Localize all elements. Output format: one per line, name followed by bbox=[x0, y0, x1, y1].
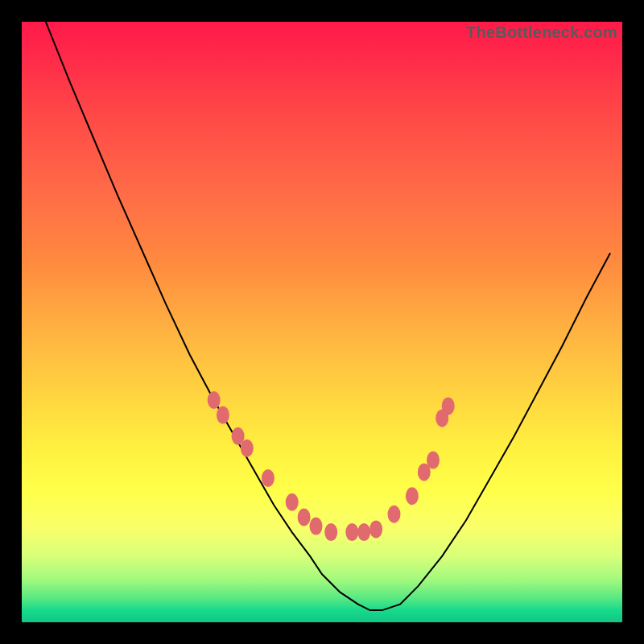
highlight-marker bbox=[406, 487, 419, 505]
highlight-marker bbox=[369, 520, 382, 538]
watermark-text: TheBottleneck.com bbox=[466, 23, 617, 42]
highlight-marker bbox=[310, 518, 323, 535]
bottleneck-curve bbox=[46, 22, 610, 610]
highlight-marker bbox=[241, 440, 254, 457]
highlight-marker bbox=[388, 506, 401, 523]
highlight-marker bbox=[286, 493, 299, 511]
plot-area: TheBottleneck.com bbox=[22, 22, 622, 622]
highlight-marker bbox=[208, 391, 221, 409]
chart-frame: TheBottleneck.com bbox=[0, 0, 644, 644]
highlight-marker bbox=[345, 523, 358, 541]
highlight-marker bbox=[427, 452, 440, 469]
highlight-marker bbox=[298, 509, 311, 526]
highlight-marker bbox=[357, 523, 370, 541]
highlight-marker bbox=[324, 523, 337, 541]
highlight-marker bbox=[442, 397, 455, 415]
highlight-marker bbox=[217, 407, 229, 424]
curve-layer bbox=[22, 22, 622, 622]
highlight-marker bbox=[262, 469, 275, 487]
marker-group bbox=[208, 391, 455, 541]
